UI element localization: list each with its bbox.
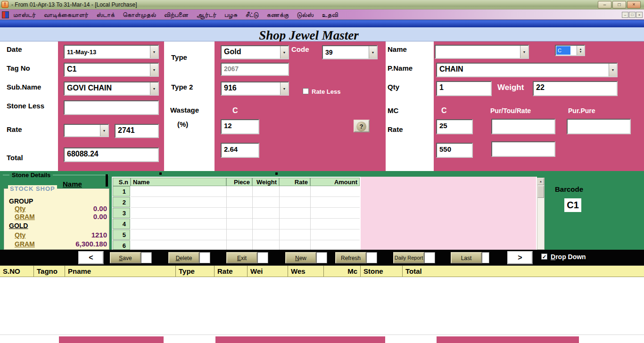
refresh-button[interactable]: Refresh [335,252,366,263]
save-button[interactable]: Save [110,252,141,263]
name-combo-arrow-icon[interactable]: ▼ [520,46,528,58]
wastage2-field[interactable]: 2.64 [221,143,259,158]
stone-details-legend: Stone Details [9,172,53,179]
close-button[interactable]: × [627,1,641,8]
menu-item-chit[interactable]: சீட்டு [245,11,258,19]
stoneless-field[interactable] [64,100,159,115]
delete-button[interactable]: Delete [168,252,199,263]
type2-combo-arrow-icon[interactable]: ▼ [280,82,288,95]
stock-gold-qty-value: 1210 [50,231,107,239]
menu-item-sales[interactable]: விற்பனை [164,11,189,19]
stock-gold-qty-link[interactable]: Qty [15,231,25,239]
new-button[interactable]: New [285,252,316,263]
spinner-down-icon[interactable]: ▼ [579,50,582,53]
wastage-field[interactable]: 12 [221,119,259,134]
type-label: Type [171,53,187,61]
app-menu-icon [2,11,9,18]
name-label: Name [388,45,407,53]
help-icon: ? [356,122,366,131]
exit-button[interactable]: Exit [226,252,257,263]
rate-combo-arrow-icon[interactable]: ▼ [100,125,108,136]
name-spinner[interactable]: C ▲ ▼ [555,45,585,56]
qty-field[interactable]: 1 [436,81,492,96]
code2-field[interactable]: 2067 [221,63,289,76]
mdi-restore-button[interactable]: □ [629,12,636,18]
stock-gram-link[interactable]: GRAM [15,213,35,220]
menu-item-master[interactable]: மாஸ்டர் [13,11,36,19]
grid-row-2[interactable]: 2 [113,197,130,207]
menu-item-order[interactable]: ஆர்டர் [196,11,216,19]
grid-body[interactable] [131,186,360,250]
prev-button[interactable]: < [78,251,104,264]
type2-combo[interactable]: 916 ▼ [221,82,289,96]
type-combo-arrow-icon[interactable]: ▼ [280,46,288,58]
purtourate-field[interactable] [491,119,555,134]
menu-item-purchase[interactable]: கொள்முதல் [123,11,156,19]
pur2-field[interactable] [491,141,555,157]
pname-combo-arrow-icon[interactable]: ▼ [609,64,617,76]
tagno-combo-arrow-icon[interactable]: ▼ [150,64,158,76]
stock-qty-link[interactable]: Qty [15,205,25,212]
date-combo-arrow-icon[interactable]: ▼ [150,46,158,58]
scrollbar-thumb[interactable] [537,186,544,198]
code-combo-arrow-icon[interactable]: ▼ [369,46,377,58]
mdi-close-button[interactable]: × [636,12,643,18]
grid-vline [310,186,311,250]
wastage-c-label: C [232,106,238,115]
rate2-field[interactable]: 550 [436,143,473,158]
pname-combo[interactable]: CHAIN ▼ [436,63,618,77]
grid-row-5[interactable]: 5 [113,229,130,240]
new-indicator [316,252,327,263]
grid-row-4[interactable]: 4 [113,219,130,229]
type-combo[interactable]: Gold ▼ [221,45,289,59]
rate-combo[interactable]: ▼ [64,124,109,137]
rateless-checkbox[interactable] [303,88,309,94]
date-combo[interactable]: 11-May-13 ▼ [64,45,159,59]
bottom-grid-header: S.NO Tagno Pname Type Rate Wei Wes Mc St… [0,265,644,277]
minimize-button[interactable]: – [598,1,611,8]
stock-gold-gram-link[interactable]: GRAM [15,240,35,248]
menu-item-customer[interactable]: வாடிக்கையாளர் [44,11,89,19]
help-button[interactable]: ? [354,120,370,132]
menu-item-account[interactable]: கணக்கு [266,11,289,19]
tagno-combo[interactable]: C1 ▼ [64,63,159,77]
mdi-restore-icon: □ [631,13,634,17]
grid-scrollbar[interactable]: ▲ [537,178,545,250]
scrollbar-up-icon[interactable]: ▲ [537,178,544,185]
mdi-minimize-button[interactable]: – [622,12,628,18]
total-label: Total [7,154,23,162]
bottom-pink-bar-3 [437,336,579,343]
weight-field[interactable]: 22 [533,81,618,96]
bh-wes: Wes [288,266,324,277]
grid-row-1[interactable]: 1 [113,186,130,196]
menu-item-help[interactable]: உதவி [322,11,338,19]
next-button[interactable]: > [507,251,533,264]
stock-group-label: GROUP [9,197,33,205]
subname-value: GOVI CHAIN [67,84,112,92]
subname-combo-arrow-icon[interactable]: ▼ [150,82,158,95]
daily-report-button[interactable]: Daily Report [393,252,424,263]
menu-item-old[interactable]: பழசு [224,11,238,19]
bh-total: Total [403,266,644,277]
subname-combo[interactable]: GOVI CHAIN ▼ [64,82,159,96]
grid-header-name: Name [131,178,226,186]
dropdown-checkbox[interactable]: ✓ [541,253,547,260]
menu-item-stock[interactable]: ஸ்டாக் [96,11,115,19]
grid-vline [226,186,227,250]
barcode-label: Barcode [555,185,583,193]
name-combo[interactable]: ▼ [435,45,529,59]
grid-row-6[interactable]: 6 [113,240,130,250]
grid-left-handle [106,174,108,187]
grid-row-3[interactable]: 3 [113,208,130,218]
rate-field[interactable]: 2741 [115,124,159,138]
bh-sno: S.NO [0,266,34,277]
last-button[interactable]: Last [451,252,482,263]
mc-field[interactable]: 25 [436,119,473,134]
grid-header-piece: Piece [226,178,252,186]
total-field[interactable]: 68088.24 [64,147,159,162]
menu-item-tools[interactable]: டுல்ஸ் [297,11,314,19]
restore-button[interactable]: □ [612,1,626,8]
bottom-pink-bar-2 [215,336,385,343]
code-combo[interactable]: 39 ▼ [322,45,378,59]
purpure-field[interactable] [567,119,631,134]
